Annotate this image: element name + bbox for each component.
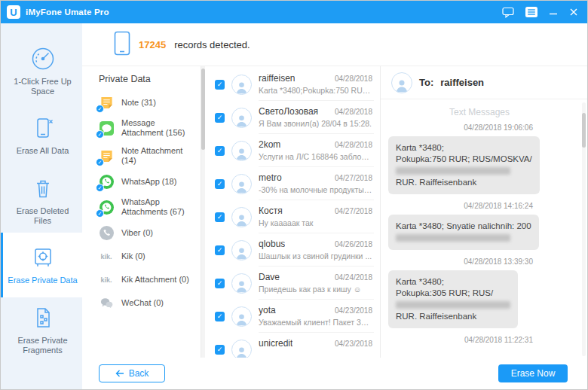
message-preview: Шашлык из свиной грудинки ... <box>259 251 372 261</box>
message-date: 04/28/2018 <box>335 141 372 149</box>
avatar <box>231 306 252 327</box>
avatar <box>231 273 252 294</box>
sidebar-item-erase-deleted-files[interactable]: Erase Deleted Files <box>1 168 82 233</box>
private-data-item-label: Note Attachment (14) <box>121 146 191 166</box>
row-checkbox[interactable]: ✓ <box>215 80 225 90</box>
sidebar-item-label: Erase All Data <box>17 146 69 156</box>
row-checkbox[interactable]: ✓ <box>215 113 225 123</box>
message-text-line: Karta *3480; Snyatie nalichnih: 200 <box>396 221 531 232</box>
scrollbar-thumb[interactable] <box>201 69 205 150</box>
conversation-row[interactable]: ✓ unicredit 04/23/2018 <box>209 333 380 358</box>
avatar <box>231 207 252 227</box>
private-data-item-label: Note (31) <box>121 98 156 108</box>
sender-name: qlobus <box>259 239 285 249</box>
sidebar-item-label: Erase Deleted Files <box>7 206 78 226</box>
wechat-icon <box>99 295 114 310</box>
app-logo: U <box>7 5 20 19</box>
check-badge: ✓ <box>96 158 104 166</box>
avatar <box>231 141 252 161</box>
phone-erase-icon <box>30 115 56 141</box>
records-count: 17245 <box>139 39 166 50</box>
private-data-item-label: Kik (0) <box>121 251 145 261</box>
private-data-item-label: Kik Attachment (0) <box>121 275 189 285</box>
sidebar-item-erase-private-fragments[interactable]: Erase Private Fragments <box>1 297 82 362</box>
row-checkbox[interactable]: ✓ <box>215 245 225 255</box>
sidebar-item-free-up-space[interactable]: 1-Click Free Up Space <box>1 38 82 103</box>
redacted-text <box>396 167 510 175</box>
conversation-list: ✓ raiffeisen 04/28/2018 Karta *3480;Poku… <box>201 66 380 358</box>
recipient-avatar <box>391 72 412 93</box>
row-checkbox[interactable]: ✓ <box>215 146 225 156</box>
message-date: 04/26/2018 <box>335 240 372 248</box>
sender-name: Костя <box>259 206 283 216</box>
sender-name: metro <box>259 172 282 183</box>
footer-bar: Back Erase Now <box>82 358 587 389</box>
row-checkbox[interactable]: ✓ <box>215 212 225 222</box>
private-data-item[interactable]: Viber (0) <box>99 225 194 240</box>
message-text-line: Pokupka:305 RUR; RUS/ <box>396 288 510 299</box>
feedback-chat-icon[interactable] <box>502 6 514 18</box>
minimize-button[interactable] <box>549 6 558 18</box>
private-data-item[interactable]: ✓ Note (31) <box>99 95 194 110</box>
sender-name: Dave <box>259 272 280 282</box>
private-data-item-label: Viber (0) <box>121 228 153 238</box>
trash-icon <box>30 175 56 201</box>
close-button[interactable] <box>569 6 578 18</box>
sender-name: СветоЛозовая <box>259 106 318 117</box>
kik-icon: kik. <box>99 249 114 264</box>
row-checkbox[interactable]: ✓ <box>215 345 225 355</box>
conversation-row[interactable]: ✓ metro 04/27/2018 -30% на молочные прод… <box>209 167 380 200</box>
app-window: U iMyFone Umate Pro 1-Click Free <box>0 0 588 390</box>
app-title: iMyFone Umate Pro <box>26 8 109 17</box>
sender-name: raiffeisen <box>259 73 295 84</box>
sender-name: 2kom <box>259 139 280 150</box>
records-header: 17245 records detected. <box>82 23 587 66</box>
conversation-scrollbar[interactable] <box>201 66 205 358</box>
message-bubble-group: 04/28/2018 11:22:31 <box>388 336 571 344</box>
message-bubble: Karta *3480;Pokupka:305 RUR; RUS/RUR. Ra… <box>388 270 518 328</box>
check-badge: ✓ <box>96 105 104 113</box>
conversation-row[interactable]: ✓ yota 04/23/2018 Уважаемый клиент! Паке… <box>209 300 380 333</box>
message-bubble-group: 04/28/2018 13:39:30 Karta *3480;Pokupka:… <box>388 257 571 328</box>
conversation-row[interactable]: ✓ 2kom 04/28/2018 Услуги на Л/С 168846 з… <box>209 134 380 167</box>
conversation-row[interactable]: ✓ qlobus 04/26/2018 Шашлык из свиной гру… <box>209 233 380 267</box>
sidebar-item-erase-private-data[interactable]: Erase Private Data <box>1 233 82 297</box>
sidebar-item-label: 1-Click Free Up Space <box>7 77 78 96</box>
avatar <box>231 108 252 128</box>
scrollbar-thumb[interactable] <box>582 113 586 148</box>
message-timestamp: 04/28/2018 19:06:06 <box>388 123 571 132</box>
to-label: To: <box>419 77 433 88</box>
message-date: 04/23/2018 <box>335 340 372 348</box>
conversation-row[interactable]: ✓ Костя 04/27/2018 Ну кааааак так <box>209 200 380 233</box>
row-checkbox[interactable]: ✓ <box>215 312 225 321</box>
sidebar-item-erase-all-data[interactable]: Erase All Data <box>1 103 82 168</box>
message-timestamp: 04/28/2018 13:39:30 <box>388 257 571 266</box>
private-data-item[interactable]: ✓ Note Attachment (14) <box>99 146 194 166</box>
viber-icon <box>99 225 114 240</box>
sidebar: 1-Click Free Up Space Erase All Data Era… <box>1 23 82 389</box>
conversation-row[interactable]: ✓ Dave 04/24/2018 Приедешь как раз к киш… <box>209 267 380 300</box>
back-button[interactable]: Back <box>99 364 165 382</box>
recipient-name: raiffeisen <box>440 77 484 88</box>
private-data-item[interactable]: kik. Kik (0) <box>99 248 194 264</box>
row-checkbox[interactable]: ✓ <box>215 179 225 189</box>
erase-now-button[interactable]: Erase Now <box>498 364 568 382</box>
row-checkbox[interactable]: ✓ <box>215 279 225 288</box>
sidebar-item-label: Erase Private Data <box>8 276 77 285</box>
message-bubble-group: 04/28/2018 14:16:24 Karta *3480; Snyatie… <box>388 202 571 250</box>
gauge-icon <box>30 46 56 72</box>
private-data-item[interactable]: ✓ Message Attachment (156) <box>99 118 194 138</box>
menu-icon[interactable] <box>525 6 537 18</box>
private-data-item[interactable]: kik. Kik Attachment (0) <box>99 272 194 287</box>
conversation-row[interactable]: ✓ СветоЛозовая 04/28/2018 Я Вам звонил(а… <box>209 101 380 134</box>
private-data-item-label: Message Attachment (156) <box>121 118 191 138</box>
message-timestamp: 04/28/2018 11:22:31 <box>388 336 571 344</box>
private-data-item[interactable]: ✓ WhatsApp (18) <box>99 174 194 189</box>
avatar <box>231 340 252 358</box>
detail-body: Text Messages 04/28/2018 19:06:06 Karta … <box>381 99 587 358</box>
sidebar-item-label: Erase Private Fragments <box>7 336 78 355</box>
private-data-item[interactable]: ✓ WhatsApp Attachments (67) <box>99 197 194 217</box>
detail-scrollbar[interactable] <box>582 102 586 356</box>
private-data-item[interactable]: WeChat (0) <box>99 295 194 310</box>
conversation-row[interactable]: ✓ raiffeisen 04/28/2018 Karta *3480;Poku… <box>209 68 380 101</box>
